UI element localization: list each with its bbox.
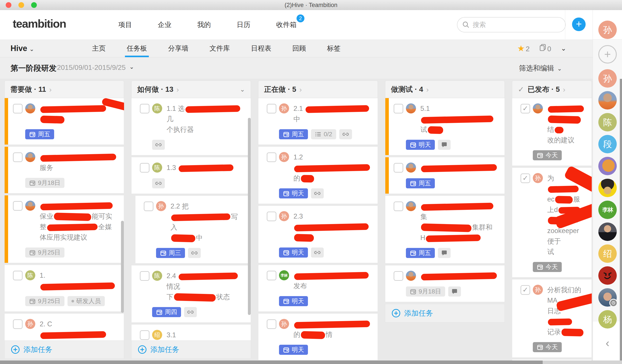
task-checkbox[interactable] xyxy=(394,163,403,173)
avatar-lilin[interactable]: 李林 xyxy=(598,200,617,219)
window-vertical-scrollbar[interactable] xyxy=(620,79,622,361)
avatar-photo-vest[interactable] xyxy=(406,163,416,173)
search-input[interactable] xyxy=(472,21,552,29)
search-box[interactable] xyxy=(457,17,566,32)
nav-item-收件箱[interactable]: 收件箱2 xyxy=(276,20,296,29)
avatar-孙[interactable]: 孙 xyxy=(279,152,289,162)
stage-dropdown-chevron[interactable]: ⌄ xyxy=(129,64,134,70)
column-menu-chevron[interactable]: ⌄ xyxy=(240,86,245,93)
task-card[interactable]: 集集群和H周五 xyxy=(385,196,505,263)
task-checkbox[interactable]: ✓ xyxy=(521,104,530,113)
task-checkbox[interactable] xyxy=(13,271,22,280)
avatar-photo-cartoon[interactable] xyxy=(598,179,617,197)
user-avatar[interactable]: 孙 xyxy=(598,20,617,39)
task-card[interactable]: 5.1 试明天 xyxy=(385,98,505,155)
task-card[interactable]: 孙2.2 把写入中周三 xyxy=(135,196,251,263)
task-card[interactable]: 孙2.1 中周五0/2 xyxy=(258,98,378,145)
avatar-photo-webcam[interactable] xyxy=(598,288,617,307)
create-button[interactable]: + xyxy=(572,18,586,31)
task-checkbox[interactable] xyxy=(140,163,150,173)
task-card[interactable]: 孙2.3 明天 xyxy=(258,206,378,263)
task-checkbox[interactable] xyxy=(140,271,150,281)
tab-任务板[interactable]: 任务板 xyxy=(127,39,147,57)
task-card[interactable]: 陈1.1 选几个执行器 xyxy=(131,98,251,155)
avatar-photo-devil[interactable] xyxy=(598,266,617,285)
nav-item-企业[interactable]: 企业 xyxy=(158,20,171,29)
avatar-孙[interactable]: 孙 xyxy=(533,173,543,183)
task-checkbox[interactable] xyxy=(140,330,150,340)
tab-文件库[interactable]: 文件库 xyxy=(210,39,230,57)
task-checkbox[interactable] xyxy=(144,201,154,211)
avatar-陈[interactable]: 陈 xyxy=(598,113,617,131)
task-card[interactable]: 9月18日 xyxy=(385,265,505,302)
avatar-陈[interactable]: 陈 xyxy=(25,270,35,280)
avatar-photo-tux[interactable] xyxy=(598,222,617,241)
avatar-陈[interactable]: 陈 xyxy=(152,103,162,113)
task-checkbox[interactable]: ✓ xyxy=(521,173,530,183)
task-checkbox[interactable] xyxy=(13,319,22,329)
add-task-button[interactable]: 添加任务 xyxy=(131,340,251,359)
doc-count[interactable]: 0 xyxy=(539,44,551,53)
task-checkbox[interactable] xyxy=(13,152,22,162)
task-card[interactable]: 服务9月18日 xyxy=(4,147,124,193)
avatar-photo-vest[interactable] xyxy=(25,200,35,211)
nav-item-我的[interactable]: 我的 xyxy=(197,20,211,29)
task-checkbox[interactable] xyxy=(267,271,276,280)
avatar-photo-vest[interactable] xyxy=(598,91,617,109)
avatar-孙[interactable]: 孙 xyxy=(156,201,166,211)
tab-主页[interactable]: 主页 xyxy=(92,39,106,57)
task-checkbox[interactable] xyxy=(13,201,22,211)
task-card[interactable]: 保业能可实整全媒体应用实现建议9月25日 xyxy=(4,195,124,263)
task-checkbox[interactable] xyxy=(13,104,22,113)
task-card[interactable]: 李林发布明天 xyxy=(258,265,378,312)
column-header[interactable]: 做测试 · 4› xyxy=(385,81,505,98)
horizontal-scrollbar[interactable] xyxy=(0,361,622,364)
avatar-photo-vest[interactable] xyxy=(406,271,416,281)
tab-标签[interactable]: 标签 xyxy=(327,39,341,57)
avatar-杨[interactable]: 杨 xyxy=(598,310,617,328)
column-header[interactable]: ✓已发布 · 5› xyxy=(512,81,592,98)
task-checkbox[interactable] xyxy=(267,212,276,221)
task-checkbox[interactable] xyxy=(267,319,276,329)
filter-and-edit-button[interactable]: 筛选和编辑⌄ xyxy=(519,64,562,73)
task-checkbox[interactable] xyxy=(267,104,276,113)
tab-日程表[interactable]: 日程表 xyxy=(251,39,271,57)
column-scrollbar-thumb[interactable] xyxy=(121,221,124,313)
avatar-孙[interactable]: 孙 xyxy=(598,69,617,88)
horizontal-scrollbar-thumb[interactable] xyxy=(0,361,543,364)
task-checkbox[interactable] xyxy=(394,201,403,211)
task-card[interactable]: ✓孙分析我们的MA日志记录今天 xyxy=(512,279,592,358)
task-card[interactable]: 陈2.4 情况下状态周四 xyxy=(131,265,251,323)
project-menu-chevron[interactable]: ⌄ xyxy=(561,44,566,52)
task-card[interactable]: ✓孙为ec服上dorzookeeper便于试今天 xyxy=(512,168,592,277)
column-scrollbar-thumb[interactable] xyxy=(248,118,251,315)
task-checkbox[interactable]: ✓ xyxy=(521,285,530,295)
avatar-段[interactable]: 段 xyxy=(598,135,617,153)
task-card[interactable]: 孙的情明天 xyxy=(258,314,378,360)
avatar-孙[interactable]: 孙 xyxy=(279,319,289,329)
task-checkbox[interactable] xyxy=(394,104,403,113)
avatar-陈[interactable]: 陈 xyxy=(152,163,162,173)
avatar-陈[interactable]: 陈 xyxy=(152,271,162,281)
avatar-photo-vest[interactable] xyxy=(406,201,416,211)
task-card[interactable]: ✓结改的建议今天 xyxy=(512,98,592,166)
task-card[interactable]: 陈1. 9月25日研发人员 xyxy=(4,265,124,312)
task-checkbox[interactable] xyxy=(394,271,403,281)
project-switcher[interactable]: Hive⌄ xyxy=(11,44,34,53)
avatar-绍[interactable]: 绍 xyxy=(598,244,617,263)
column-header[interactable]: 正在做 · 5› xyxy=(258,81,378,98)
task-card[interactable]: 孙2. C修改9月25日研发人员 xyxy=(4,314,124,340)
task-card[interactable]: 陈1.3 xyxy=(131,157,251,194)
task-checkbox[interactable] xyxy=(267,152,276,162)
column-header[interactable]: 如何做 · 13›⌄ xyxy=(131,81,251,98)
nav-item-项目[interactable]: 项目 xyxy=(118,20,132,29)
avatar-孙[interactable]: 孙 xyxy=(279,211,289,221)
task-card[interactable]: 周五 xyxy=(385,157,505,194)
avatar-photo-vest[interactable] xyxy=(533,103,543,113)
collapse-rail-button[interactable]: ‹ xyxy=(593,336,622,349)
task-checkbox[interactable] xyxy=(140,104,150,113)
avatar-孙[interactable]: 孙 xyxy=(25,319,35,329)
add-task-button[interactable]: 添加任务 xyxy=(4,340,124,359)
column-header[interactable]: 需要做 · 11› xyxy=(4,81,124,98)
task-card[interactable]: 绍3.1 本码 xyxy=(131,325,251,340)
